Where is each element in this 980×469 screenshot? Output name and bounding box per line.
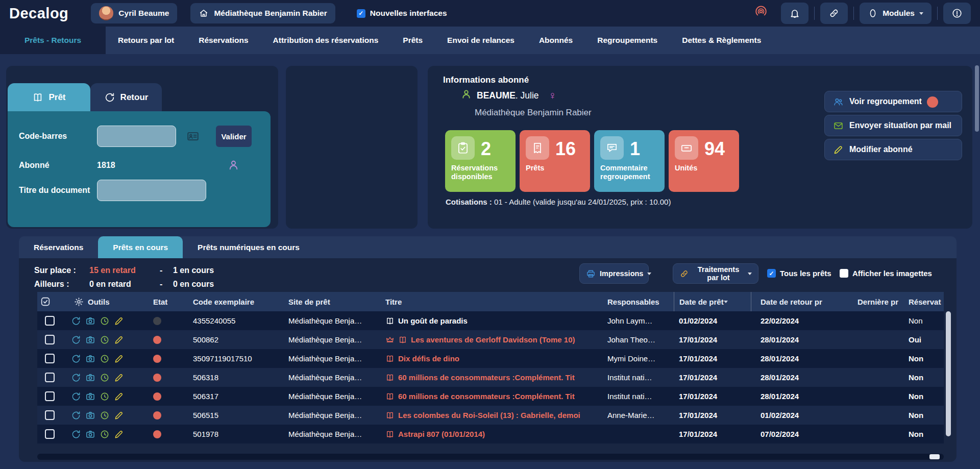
loans-tab-r-servations[interactable]: Réservations xyxy=(19,236,98,258)
camera-icon[interactable] xyxy=(85,335,95,345)
links-button[interactable] xyxy=(820,3,848,24)
loan-title[interactable]: Astrapi 807 (01/01/2014) xyxy=(380,430,600,439)
all-loans-checkbox[interactable]: Tous les prêts xyxy=(767,269,831,278)
camera-icon[interactable] xyxy=(85,391,95,402)
subscriber-actions: Voir regroupementEnvoyer situation par m… xyxy=(824,91,962,163)
tab-retour[interactable]: Retour xyxy=(90,83,162,111)
renew-icon[interactable] xyxy=(71,410,81,421)
section-title: Informations abonné xyxy=(443,75,529,85)
nav-tab-abonn-s[interactable]: Abonnés xyxy=(527,27,585,54)
row-checkbox[interactable] xyxy=(45,410,55,420)
batch-actions-button[interactable]: Traitements par lot xyxy=(673,263,758,284)
modules-button[interactable]: Modules xyxy=(860,3,932,24)
nav-tab-dettes-r-glements[interactable]: Dettes & Règlements xyxy=(670,27,773,54)
nav-tab-envoi-de-relances[interactable]: Envoi de relances xyxy=(435,27,527,54)
renew-icon[interactable] xyxy=(71,429,81,439)
person-icon[interactable] xyxy=(227,159,240,174)
renew-icon[interactable] xyxy=(71,354,81,364)
loan-title[interactable]: Un goût de paradis xyxy=(380,316,600,326)
checkbox-checked-icon[interactable] xyxy=(357,9,365,18)
id-card-icon[interactable] xyxy=(186,130,200,145)
loan-title[interactable]: Dix défis de dino xyxy=(380,354,600,363)
col-site: Site de prêt xyxy=(283,292,380,311)
camera-icon[interactable] xyxy=(85,354,95,364)
loan-date-retour: 28/01/2024 xyxy=(751,392,847,401)
page-scrollbar[interactable] xyxy=(975,65,979,132)
history-icon[interactable] xyxy=(100,335,110,345)
new-interfaces-toggle[interactable]: Nouvelles interfaces xyxy=(357,9,447,18)
checkbox-checked-icon[interactable] xyxy=(767,269,776,278)
stat-label: Prêts xyxy=(526,164,586,172)
loan-title[interactable]: Les colombes du Roi-Soleil (13) : Gabrie… xyxy=(380,411,600,420)
voir-regroupement-button[interactable]: Voir regroupement xyxy=(824,91,962,112)
camera-icon[interactable] xyxy=(85,316,95,326)
top-header: Decalog Cyril Beaume Médiathèque Benjami… xyxy=(0,0,980,27)
doc-title-input[interactable] xyxy=(97,180,206,201)
history-icon[interactable] xyxy=(100,373,110,383)
nav-tab-r-servations[interactable]: Réservations xyxy=(186,27,260,54)
thumbnails-checkbox[interactable]: Afficher les imagettes xyxy=(840,269,932,278)
pencil-icon[interactable] xyxy=(114,373,124,383)
pencil-icon[interactable] xyxy=(114,335,124,345)
history-icon[interactable] xyxy=(100,316,110,326)
nav-tab-attribution-des-r-servations[interactable]: Attribution des réservations xyxy=(261,27,391,54)
camera-icon[interactable] xyxy=(85,373,95,383)
tab-pret[interactable]: Prêt xyxy=(8,83,90,111)
vertical-scrollbar[interactable] xyxy=(946,311,951,436)
loan-title[interactable]: 60 millions de consommateurs :Complément… xyxy=(380,373,600,382)
renew-icon[interactable] xyxy=(71,316,81,326)
notifications-button[interactable] xyxy=(781,3,808,24)
history-icon[interactable] xyxy=(100,410,110,421)
loan-responsable: Mymi Doine… xyxy=(600,354,674,363)
loans-tab-pr-ts-num-riques-en-cours[interactable]: Prêts numériques en cours xyxy=(183,236,314,258)
pencil-icon[interactable] xyxy=(114,354,124,364)
user-chip[interactable]: Cyril Beaume xyxy=(91,3,177,23)
history-icon[interactable] xyxy=(100,354,110,364)
horizontal-scrollbar-track[interactable] xyxy=(37,454,944,460)
nav-tab-pr-ts-retours[interactable]: Prêts - Retours xyxy=(0,27,106,54)
row-checkbox[interactable] xyxy=(45,316,55,326)
renew-icon[interactable] xyxy=(71,335,81,345)
row-tools xyxy=(65,316,148,326)
row-checkbox[interactable] xyxy=(45,373,55,382)
history-icon[interactable] xyxy=(100,391,110,402)
row-checkbox[interactable] xyxy=(45,391,55,401)
pencil-icon[interactable] xyxy=(114,429,124,439)
camera-icon[interactable] xyxy=(85,429,95,439)
row-checkbox[interactable] xyxy=(45,335,55,344)
validate-button[interactable]: Valider xyxy=(216,126,252,147)
history-icon[interactable] xyxy=(100,429,110,439)
nav-tab-pr-ts[interactable]: Prêts xyxy=(390,27,435,54)
impressions-button[interactable]: Impressions xyxy=(579,263,649,284)
col-date-pret[interactable]: Date de prêt xyxy=(674,292,751,311)
link-icon xyxy=(679,269,689,279)
row-checkbox[interactable] xyxy=(45,354,55,363)
loan-title[interactable]: Les aventures de Gerloff Davidson (Tome … xyxy=(380,335,600,344)
modifier-abonne-button[interactable]: Modifier abonné xyxy=(824,139,962,160)
loan-date-retour: 01/02/2024 xyxy=(751,411,847,419)
loans-tabbar: RéservationsPrêts en coursPrêts numériqu… xyxy=(19,236,957,258)
table-row: 4355240055Médiathèque Benja…Un goût de p… xyxy=(37,311,944,330)
book-icon xyxy=(385,392,395,401)
nav-tab-retours-par-lot[interactable]: Retours par lot xyxy=(106,27,186,54)
horizontal-scrollbar-thumb[interactable] xyxy=(929,454,940,459)
pencil-icon[interactable] xyxy=(114,391,124,402)
library-chip[interactable]: Médiathèque Benjamin Rabier xyxy=(190,3,335,23)
loan-title[interactable]: 60 millions de consommateurs :Complément… xyxy=(380,392,600,401)
renew-icon[interactable] xyxy=(71,391,81,402)
info-icon xyxy=(951,8,963,19)
barcode-input[interactable] xyxy=(97,126,176,147)
camera-icon[interactable] xyxy=(85,410,95,421)
loan-date-pret: 17/01/2024 xyxy=(674,335,751,344)
renew-icon[interactable] xyxy=(71,373,81,383)
pencil-icon[interactable] xyxy=(114,410,124,421)
checkbox-unchecked-icon[interactable] xyxy=(840,269,848,278)
loans-tab-pr-ts-en-cours[interactable]: Prêts en cours xyxy=(98,236,183,258)
nav-tab-regroupements[interactable]: Regroupements xyxy=(585,27,670,54)
pencil-icon[interactable] xyxy=(114,316,124,326)
select-all-checkbox[interactable] xyxy=(40,292,65,311)
loan-site: Médiathèque Benja… xyxy=(283,335,380,344)
envoyer-situation-button[interactable]: Envoyer situation par mail xyxy=(824,115,962,136)
row-checkbox[interactable] xyxy=(45,429,55,439)
help-button[interactable] xyxy=(943,3,971,24)
